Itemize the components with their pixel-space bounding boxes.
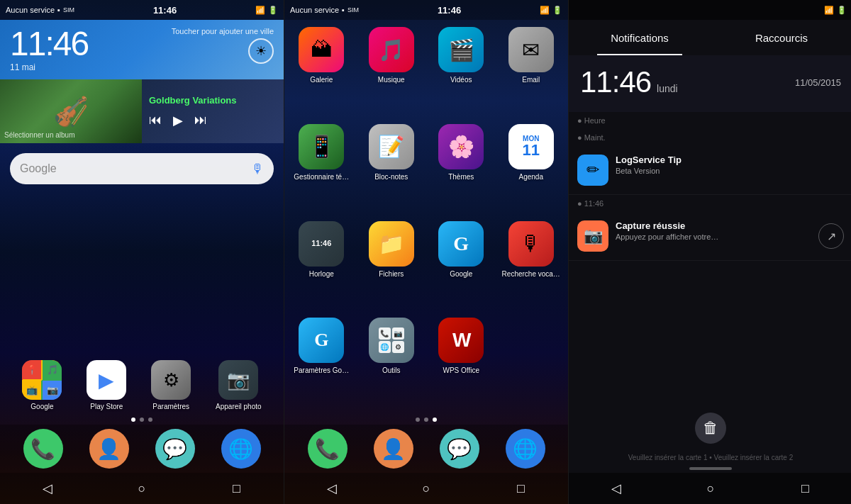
recents-button-1[interactable]: □ [222,474,250,503]
bottom-apps-1: 📞 👤 💬 🌐 [0,425,284,473]
mic-icon[interactable]: 🎙 [251,162,264,177]
notif-section-time: ● 11:46 [569,195,851,212]
dot-1 [131,418,135,422]
clear-notifications-button[interactable]: 🗑 [695,413,726,444]
settings-icon: ⚙ [151,360,191,400]
back-button-2[interactable]: ◁ [318,474,346,503]
musique-label: Musique [378,76,405,84]
app-camera[interactable]: 📷 Appareil photo [216,360,262,410]
back-button-1[interactable]: ◁ [33,474,62,503]
wps-label: WPS Office [443,366,480,375]
widget-date: 11 mai [10,62,88,72]
drawer-handle [689,467,732,470]
section-dot-time: ● [577,199,584,208]
status-left-2: Aucun service ▪ SIM [290,6,359,14]
page-dots-1 [0,415,284,425]
app-blocnotes[interactable]: 📝 Bloc-notes [360,124,423,214]
horloge-label: Horloge [309,270,334,279]
params-go-icon: G [299,318,344,363]
music-buttons: ⏮ ▶ ⏭ [149,113,277,128]
prev-button[interactable]: ⏮ [149,113,162,128]
bottom-messages-1[interactable]: 💬 [155,429,195,469]
logservice-text: Beta Version [616,167,844,175]
dock-apps: 📍 🎵 📺 📷 Google ▶ Play Store ⚙ Paramètres… [0,356,284,415]
app-gestionnaire[interactable]: 📱 Gestionnaire té… [290,124,353,214]
themes-label: Thèmes [448,173,474,181]
battery-icon-1: 🔋 [268,6,278,15]
bottom-browser-2[interactable]: 🌐 [506,429,545,469]
app-play-label: Play Store [90,403,123,410]
phone-icon-1: 📞 [23,429,63,469]
music-controls: Goldberg Variations ⏮ ▶ ⏭ [142,79,284,143]
status-bar-3: 📶 🔋 [569,0,851,20]
tab-raccourcis[interactable]: Raccourcis [711,20,851,55]
recents-button-3[interactable]: □ [791,474,819,503]
notif-tabs: Notifications Raccourcis [569,20,851,55]
app-fichiers[interactable]: 📁 Fichiers [360,221,423,311]
app-settings[interactable]: ⚙ Paramètres [151,360,191,410]
browser-icon-1: 🌐 [221,429,261,469]
battery-icon-3: 🔋 [837,6,847,15]
app-themes[interactable]: 🌸 Thèmes [430,124,493,214]
app-wps[interactable]: W WPS Office [430,318,493,408]
app-email[interactable]: ✉ Email [500,27,563,117]
music-player[interactable]: Sélectionner un album Goldberg Variation… [0,79,284,143]
notif-date: 11/05/2015 [795,77,841,88]
app-google2[interactable]: G Google [430,221,493,311]
signal-icon-1: ▪ [57,6,60,14]
notifications-panel: 📶 🔋 Notifications Raccourcis 11:46 lundi… [569,0,851,504]
email-label: Email [522,76,540,84]
app-videos[interactable]: 🎬 Vidéos [430,27,493,117]
wifi-icon-3: 📶 [824,6,834,15]
dot2-3 [433,418,437,422]
wifi-icon-1: 📶 [255,6,265,15]
home-button-3[interactable]: ○ [696,474,725,503]
logservice-content: LogService Tip Beta Version [616,155,844,175]
recherche-icon: 🎙 [508,221,554,267]
blocnotes-icon: 📝 [369,124,414,169]
logservice-icon: ✏ [577,155,608,186]
notif-capture[interactable]: 📷 Capture réussie Appuyez pour afficher … [569,212,851,261]
recents-button-2[interactable]: □ [506,474,535,503]
page-dots-2 [284,415,568,425]
app-musique[interactable]: 🎵 Musique [360,27,423,117]
app-play-store[interactable]: ▶ Play Store [87,360,126,410]
home-button-1[interactable]: ○ [128,474,156,503]
themes-icon: 🌸 [438,124,484,169]
tab-notifications[interactable]: Notifications [569,20,711,55]
dot-3 [148,418,152,422]
stars-background [0,189,284,356]
bottom-phone-1[interactable]: 📞 [23,429,63,469]
widget-city: Toucher pour ajouter une ville [172,27,274,35]
bottom-browser-1[interactable]: 🌐 [221,429,261,469]
home-button-2[interactable]: ○ [412,474,440,503]
notif-logservice[interactable]: ✏ LogService Tip Beta Version [569,146,851,195]
bottom-phone-2[interactable]: 📞 [308,429,347,469]
sim-text: Veuillez insérer la carte 1 • Veuillez i… [569,451,851,464]
app-galerie[interactable]: 🏔 Galerie [290,27,353,117]
capture-action-button[interactable]: ↗ [818,223,844,249]
app-params-go[interactable]: G Paramètres Go… [290,318,353,408]
apps-grid: 🏔 Galerie 🎵 Musique 🎬 Vidéos ✉ Email 📱 G… [284,20,568,415]
play-button[interactable]: ▶ [173,113,183,128]
logservice-title: LogService Tip [616,155,844,165]
play-store-icon: ▶ [87,360,126,400]
app-agenda[interactable]: MON 11 Agenda [500,124,563,214]
dot2-2 [424,418,428,422]
section-dot-heure: ● [577,116,584,125]
bottom-contacts-1[interactable]: 👤 [89,429,129,469]
app-outils[interactable]: 📞 📷 🌐 ⚙ Outils [360,318,423,408]
back-button-3[interactable]: ◁ [602,474,630,503]
bottom-messages-2[interactable]: 💬 [440,429,479,469]
weather-widget[interactable]: 11:46 11 mai Toucher pour ajouter une vi… [0,20,284,79]
next-button[interactable]: ⏭ [194,113,207,128]
app-horloge[interactable]: 11:46 Horloge [290,221,353,311]
app-google[interactable]: 📍 🎵 📺 📷 Google [22,360,62,410]
app-recherche[interactable]: 🎙 Recherche voca… [500,221,563,311]
app-drawer-panel: Aucun service ▪ SIM 11:46 📶 🔋 🏔 Galerie … [284,0,568,504]
google2-icon: G [438,221,484,267]
search-bar[interactable]: Google 🎙 [10,153,274,184]
home-screen-panel: Aucun service ▪ SIM 11:46 📶 🔋 11:46 11 m… [0,0,284,504]
notif-clock-area: 11:46 lundi 11/05/2015 [569,55,851,112]
bottom-contacts-2[interactable]: 👤 [374,429,413,469]
